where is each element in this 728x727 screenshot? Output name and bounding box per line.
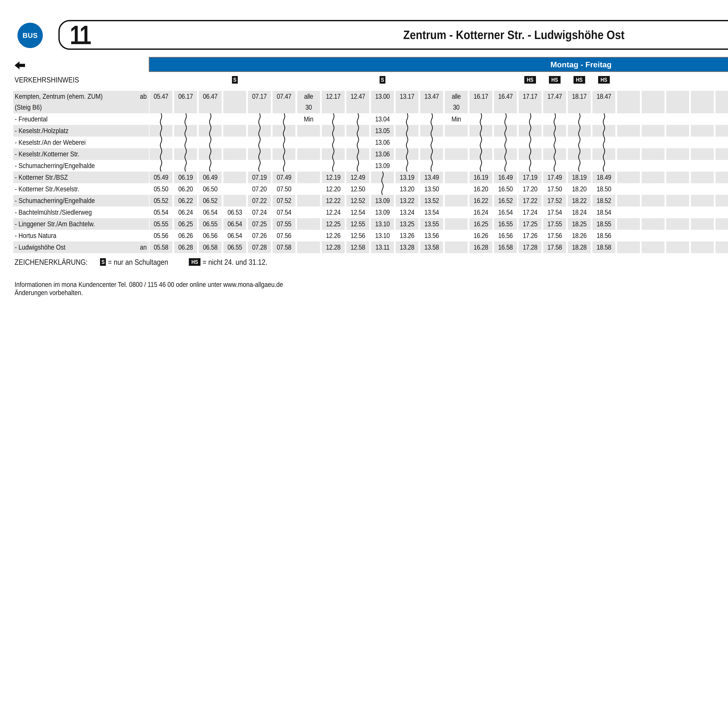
skip-stops-squiggle-icon — [602, 136, 606, 148]
time-cell: 16.24 — [470, 207, 492, 218]
time-cell: 12.55 — [346, 218, 369, 230]
time-cell: 16.17 — [470, 91, 492, 113]
empty-cell — [223, 113, 246, 125]
empty-cell — [297, 218, 320, 230]
empty-cell — [617, 242, 640, 253]
time-cell: 16.49 — [494, 171, 517, 183]
time-cell: 17.56 — [543, 230, 566, 242]
time-cell: 12.17 — [322, 91, 345, 113]
skip-cell — [592, 136, 615, 148]
time-cell: 18.49 — [592, 171, 615, 183]
skip-cell — [174, 160, 197, 171]
stop-name-cell: - Schumacherring/Engelhalde — [13, 160, 149, 171]
skip-cell — [248, 113, 271, 125]
skip-cell — [248, 136, 271, 148]
skip-cell — [568, 160, 591, 171]
stop-row: - Linggener Str./Am Bachtelw.05.5506.250… — [0, 218, 728, 230]
skip-cell — [150, 113, 172, 125]
skip-stops-squiggle-icon — [282, 160, 286, 171]
stop-name-cell: Kempten, Zentrum (ehem. ZUM) (Steig B6)a… — [13, 91, 149, 113]
skip-stops-squiggle-icon — [602, 148, 606, 160]
time-cell: 06.54 — [223, 230, 246, 242]
empty-cell — [297, 171, 320, 183]
skip-cell — [322, 148, 345, 160]
empty-cell — [666, 148, 689, 160]
skip-stops-squiggle-icon — [479, 148, 483, 160]
empty-cell — [642, 218, 665, 230]
time-cell: 06.56 — [199, 230, 222, 242]
time-cell: 12.47 — [346, 91, 369, 113]
stop-name: - Kotterner Str./Keselstr. — [13, 183, 80, 195]
empty-cell — [666, 160, 689, 171]
empty-cell — [223, 148, 246, 160]
empty-cell — [297, 207, 320, 218]
skip-cell — [568, 125, 591, 136]
skip-stops-squiggle-icon — [430, 160, 434, 171]
empty-cell — [666, 171, 689, 183]
empty-cell — [691, 230, 714, 242]
skip-stops-squiggle-icon — [405, 113, 409, 125]
skip-stops-squiggle-icon — [208, 113, 212, 125]
skip-cell — [420, 113, 443, 125]
time-cell: 06.17 — [174, 91, 197, 113]
stop-name: - Keselstr./Holzplatz — [13, 125, 69, 136]
stop-name-cell: - Keselstr./Holzplatz — [13, 125, 149, 136]
time-cell: 07.22 — [248, 195, 271, 207]
skip-stops-squiggle-icon — [208, 148, 212, 160]
empty-cell — [666, 136, 689, 148]
skip-stops-squiggle-icon — [430, 125, 434, 136]
empty-cell — [666, 207, 689, 218]
time-cell: 07.56 — [272, 230, 295, 242]
empty-cell — [691, 195, 714, 207]
time-cell: 13.17 — [396, 91, 419, 113]
empty-cell — [617, 171, 640, 183]
empty-cell — [445, 148, 468, 160]
empty-cell — [716, 136, 728, 148]
time-cell: 16.54 — [494, 207, 517, 218]
skip-cell — [592, 160, 615, 171]
stop-row: - Keselstr./An der Weberei13.06 — [0, 136, 728, 148]
time-cell: 13.49 — [420, 171, 443, 183]
time-cell: 07.24 — [248, 207, 271, 218]
empty-cell — [642, 183, 665, 195]
stop-row: - Keselstr./Holzplatz13.05 — [0, 125, 728, 136]
skip-cell — [396, 113, 419, 125]
time-cell: 18.26 — [568, 230, 591, 242]
stop-name-cell: - Bachtelmühlstr./Siedlerweg — [13, 207, 149, 218]
empty-cell — [223, 91, 246, 113]
skip-cell — [272, 160, 295, 171]
skip-stops-squiggle-icon — [184, 136, 188, 148]
empty-cell — [223, 195, 246, 207]
stop-row: - Ludwigshöhe Ostan05.5806.2806.5806.550… — [0, 242, 728, 253]
skip-cell — [346, 125, 369, 136]
skip-cell — [396, 136, 419, 148]
time-cell: 06.47 — [199, 91, 222, 113]
empty-cell — [716, 125, 728, 136]
skip-stops-squiggle-icon — [504, 113, 508, 125]
time-cell: 17.19 — [518, 171, 541, 183]
time-cell: 07.47 — [272, 91, 295, 113]
skip-stops-squiggle-icon — [208, 136, 212, 148]
empty-cell — [297, 230, 320, 242]
time-cell: 06.50 — [199, 183, 222, 195]
empty-cell — [691, 125, 714, 136]
time-cell: 12.58 — [346, 242, 369, 253]
empty-cell — [642, 230, 665, 242]
skip-stops-squiggle-icon — [405, 148, 409, 160]
skip-cell — [518, 148, 541, 160]
legend: ZEICHENERKLÄRUNG: S= nur an SchultagenHS… — [15, 257, 277, 266]
skip-cell — [199, 136, 222, 148]
time-cell: 07.52 — [272, 195, 295, 207]
empty-cell — [666, 230, 689, 242]
empty-cell — [223, 160, 246, 171]
skip-stops-squiggle-icon — [504, 148, 508, 160]
not-dec-24-31-badge: HS — [524, 76, 536, 84]
skip-stops-squiggle-icon — [184, 125, 188, 136]
empty-cell — [691, 113, 714, 125]
stop-name-cell: - Hortus Natura — [13, 230, 149, 242]
skip-cell — [371, 183, 394, 195]
stop-name-cell: - Ludwigshöhe Ostan — [13, 242, 149, 253]
time-cell: 16.19 — [470, 171, 492, 183]
time-cell: 07.28 — [248, 242, 271, 253]
time-cell: 13.09 — [371, 195, 394, 207]
